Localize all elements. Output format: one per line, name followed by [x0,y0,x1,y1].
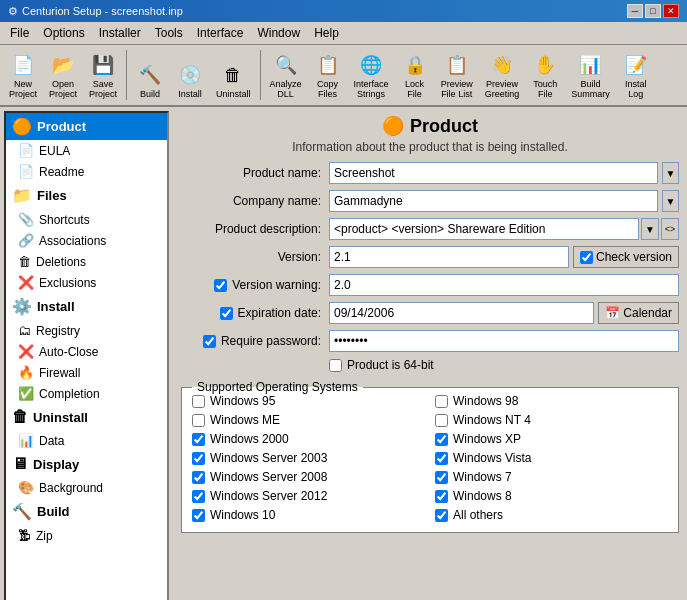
copy-files-button[interactable]: 📋 CopyFiles [309,48,347,102]
sidebar-item-background[interactable]: 🎨 Background [6,477,167,498]
sidebar-item-registry[interactable]: 🗂 Registry [6,320,167,341]
expiration-label-row: Expiration date: [181,306,321,320]
expiration-checkbox[interactable] [220,307,233,320]
header-title: Product [410,116,478,137]
open-project-button[interactable]: 📂 OpenProject [44,48,82,102]
sidebar-category-install[interactable]: ⚙️ Install [6,293,167,320]
check-version-checkbox[interactable] [580,251,593,264]
sidebar-item-readme[interactable]: 📄 Readme [6,161,167,182]
os-windows7-label: Windows 7 [453,470,512,484]
menu-window[interactable]: Window [251,24,306,42]
product-category-icon: 🟠 [12,117,32,136]
os-server2003-label: Windows Server 2003 [210,451,327,465]
sidebar-item-data[interactable]: 📊 Data [6,430,167,451]
os-server2012-checkbox[interactable] [192,490,205,503]
sidebar-category-display[interactable]: 🖥 Display [6,451,167,477]
os-windowsnt4-checkbox[interactable] [435,414,448,427]
title-bar: ⚙ Centurion Setup - screenshot.inp ─ □ ✕ [0,0,687,22]
product-desc-dropdown[interactable]: ▼ [641,218,659,240]
sidebar-item-autoclose[interactable]: ❌ Auto-Close [6,341,167,362]
product-desc-input[interactable] [329,218,639,240]
sidebar-item-completion[interactable]: ✅ Completion [6,383,167,404]
new-project-icon: 📄 [9,51,37,79]
expiration-input[interactable] [329,302,594,324]
save-project-button[interactable]: 💾 SaveProject [84,48,122,102]
close-button[interactable]: ✕ [663,4,679,18]
new-project-button[interactable]: 📄 NewProject [4,48,42,102]
interface-strings-button[interactable]: 🌐 InterfaceStrings [349,48,394,102]
os-windowsvista-checkbox[interactable] [435,452,448,465]
install-log-button[interactable]: 📝 InstalLog [617,48,655,102]
analyze-dll-button[interactable]: 🔍 AnalyzeDLL [265,48,307,102]
sidebar-item-eula[interactable]: 📄 EULA [6,140,167,161]
os-windows2000-checkbox[interactable] [192,433,205,446]
product-name-dropdown[interactable]: ▼ [662,162,679,184]
sidebar-item-associations[interactable]: 🔗 Associations [6,230,167,251]
check-version-button[interactable]: Check version [573,246,679,268]
require-password-checkbox[interactable] [203,335,216,348]
os-windows10-checkbox[interactable] [192,509,205,522]
os-windows95-checkbox[interactable] [192,395,205,408]
autoclose-label: Auto-Close [39,345,98,359]
os-windows98-checkbox[interactable] [435,395,448,408]
is64bit-checkbox[interactable] [329,359,342,372]
preview-file-list-button[interactable]: 📋 PreviewFile List [436,48,478,102]
window-title: Centurion Setup - screenshot.inp [22,5,183,17]
menu-file[interactable]: File [4,24,35,42]
sidebar-category-product[interactable]: 🟠 Product [6,113,167,140]
require-password-row [329,330,679,352]
menu-tools[interactable]: Tools [149,24,189,42]
minimize-button[interactable]: ─ [627,4,643,18]
product-name-row: ▼ [329,162,679,184]
uninstall-button[interactable]: 🗑 Uninstall [211,58,256,102]
company-name-dropdown[interactable]: ▼ [662,190,679,212]
product-name-input[interactable] [329,162,658,184]
sidebar-category-files[interactable]: 📁 Files [6,182,167,209]
app-icon: ⚙ [8,5,18,18]
require-password-input[interactable] [329,330,679,352]
menu-options[interactable]: Options [37,24,90,42]
menu-installer[interactable]: Installer [93,24,147,42]
sidebar-item-zip[interactable]: 🗜 Zip [6,525,167,546]
product-desc-edit[interactable]: <> [661,218,679,240]
os-windowsxp-checkbox[interactable] [435,433,448,446]
os-allothers-checkbox[interactable] [435,509,448,522]
os-windows10-label: Windows 10 [210,508,275,522]
touch-file-button[interactable]: ✋ TouchFile [526,48,564,102]
firewall-label: Firewall [39,366,80,380]
version-input[interactable] [329,246,569,268]
require-password-label-row: Require password: [181,334,321,348]
version-warning-checkbox[interactable] [214,279,227,292]
os-server2003: Windows Server 2003 [192,451,425,465]
menu-help[interactable]: Help [308,24,345,42]
version-warning-input[interactable] [329,274,679,296]
readme-icon: 📄 [18,164,34,179]
maximize-button[interactable]: □ [645,4,661,18]
calendar-button[interactable]: 📅 Calendar [598,302,679,324]
os-windowsme-checkbox[interactable] [192,414,205,427]
build-summary-button[interactable]: 📊 BuildSummary [566,48,615,102]
os-server2003-checkbox[interactable] [192,452,205,465]
os-windows7-checkbox[interactable] [435,471,448,484]
files-category-icon: 📁 [12,186,32,205]
sidebar-category-uninstall[interactable]: 🗑 Uninstall [6,404,167,430]
menu-interface[interactable]: Interface [191,24,250,42]
preview-greeting-button[interactable]: 👋 PreviewGreeting [480,48,525,102]
sidebar-item-shortcuts[interactable]: 📎 Shortcuts [6,209,167,230]
sidebar-item-exclusions[interactable]: ❌ Exclusions [6,272,167,293]
exclusions-label: Exclusions [39,276,96,290]
sidebar-category-build[interactable]: 🔨 Build [6,498,167,525]
company-name-input[interactable] [329,190,658,212]
os-server2012: Windows Server 2012 [192,489,425,503]
os-windows8-checkbox[interactable] [435,490,448,503]
install-button[interactable]: 💿 Install [171,58,209,102]
lock-file-button[interactable]: 🔒 LockFile [396,48,434,102]
version-warning-label: Version warning: [232,278,321,292]
build-button[interactable]: 🔨 Build [131,58,169,102]
sidebar-item-firewall[interactable]: 🔥 Firewall [6,362,167,383]
form-grid: Product name: ▼ Company name: ▼ Product … [181,162,679,372]
os-windows7: Windows 7 [435,470,668,484]
os-server2008-checkbox[interactable] [192,471,205,484]
eula-icon: 📄 [18,143,34,158]
sidebar-item-deletions[interactable]: 🗑 Deletions [6,251,167,272]
